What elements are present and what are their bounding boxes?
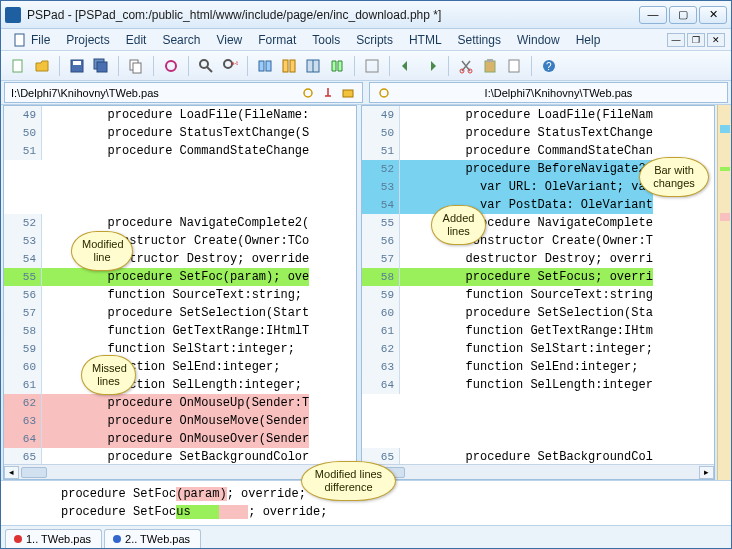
code-row[interactable]: 51 procedure CommandStateChange (4, 142, 356, 160)
menu-html[interactable]: HTML (403, 31, 448, 49)
close-button[interactable]: ✕ (699, 6, 727, 24)
clipboard-button[interactable] (503, 55, 525, 77)
left-code-area[interactable]: 49 procedure LoadFile(FileName:50 proced… (4, 106, 356, 464)
code-row[interactable]: 57 procedure SetSelection(Start (4, 304, 356, 322)
menu-settings[interactable]: Settings (452, 31, 507, 49)
left-editor[interactable]: 49 procedure LoadFile(FileName:50 proced… (3, 105, 357, 480)
right-sync-icon[interactable] (376, 85, 392, 101)
menu-tools[interactable]: Tools (306, 31, 346, 49)
code-row[interactable]: 54 var PostData: OleVariant (362, 196, 714, 214)
line-number: 51 (4, 142, 42, 160)
code-row[interactable]: 58 procedure SetFocus; overri (362, 268, 714, 286)
menu-file[interactable]: File (7, 31, 56, 49)
code-row[interactable]: 60 procedure SetSelection(Sta (362, 304, 714, 322)
code-text: procedure OnMouseMove(Sender (42, 412, 309, 430)
change-bar[interactable] (717, 105, 731, 480)
code-row[interactable] (4, 196, 356, 214)
line-number: 62 (362, 340, 400, 358)
compare-button[interactable] (278, 55, 300, 77)
menu-help[interactable]: Help (570, 31, 607, 49)
code-text: procedure BeforeNavigate2( (400, 160, 653, 178)
left-path-pane: I:\Delphi7\Knihovny\TWeb.pas (4, 82, 363, 103)
code-row[interactable]: 64 function SelLength:integer (362, 376, 714, 394)
code-row[interactable] (4, 178, 356, 196)
save-button[interactable] (66, 55, 88, 77)
prev-diff-button[interactable] (396, 55, 418, 77)
menu-projects[interactable]: Projects (60, 31, 115, 49)
code-row[interactable]: 50 procedure StatusTextChange(S (4, 124, 356, 142)
code-row[interactable]: 54 destructor Destroy; override (4, 250, 356, 268)
code-row[interactable]: 59 function SelStart:integer; (4, 340, 356, 358)
code-row[interactable]: 61 function GetTextRange:IHtm (362, 322, 714, 340)
mdi-close[interactable]: ✕ (707, 33, 725, 47)
open-file-button[interactable] (31, 55, 53, 77)
code-text: procedure OnMouseOver(Sender (42, 430, 309, 448)
code-row[interactable]: 62 function SelStart:integer; (362, 340, 714, 358)
code-row[interactable]: 49 procedure LoadFile(FileName: (4, 106, 356, 124)
menu-search[interactable]: Search (156, 31, 206, 49)
code-row[interactable]: 60 function SelEnd:integer; (4, 358, 356, 376)
code-row[interactable]: 64 procedure OnMouseOver(Sender (4, 430, 356, 448)
code-row[interactable]: 62 procedure OnMouseUp(Sender:T (4, 394, 356, 412)
code-row[interactable]: 65 procedure SetBackgroundColor (4, 448, 356, 464)
tab-tweb1[interactable]: 1.. TWeb.pas (5, 529, 102, 548)
find-replace-button[interactable]: a-b (219, 55, 241, 77)
code-row[interactable]: 50 procedure StatusTextChange (362, 124, 714, 142)
menu-scripts[interactable]: Scripts (350, 31, 399, 49)
mdi-minimize[interactable]: — (667, 33, 685, 47)
code-row[interactable]: 55 procedure NavigateComplete (362, 214, 714, 232)
paste-button[interactable] (479, 55, 501, 77)
line-number: 52 (4, 214, 42, 232)
code-row[interactable]: 63 procedure OnMouseMove(Sender (4, 412, 356, 430)
code-row[interactable]: 58 function GetTextRange:IHtmlT (4, 322, 356, 340)
tool-button-1[interactable] (160, 55, 182, 77)
code-row[interactable] (362, 412, 714, 430)
svg-rect-24 (509, 60, 519, 72)
next-diff-button[interactable] (420, 55, 442, 77)
menu-format[interactable]: Format (252, 31, 302, 49)
code-row[interactable]: 56 function SourceText:string; (4, 286, 356, 304)
svg-rect-15 (283, 60, 288, 72)
menu-view[interactable]: View (210, 31, 248, 49)
left-browse-icon[interactable] (340, 85, 356, 101)
code-row[interactable]: 63 function SelEnd:integer; (362, 358, 714, 376)
code-text: procedure SetSelection(Sta (400, 304, 653, 322)
copy-button[interactable] (125, 55, 147, 77)
code-row[interactable]: 65 procedure SetBackgroundCol (362, 448, 714, 464)
menu-edit[interactable]: Edit (120, 31, 153, 49)
right-hscroll[interactable]: ◂▸ (362, 464, 714, 479)
help-button[interactable]: ? (538, 55, 560, 77)
code-row[interactable]: 49 procedure LoadFile(FileNam (362, 106, 714, 124)
code-row[interactable]: 53 constructor Create(Owner:TCo (4, 232, 356, 250)
minimize-button[interactable]: — (639, 6, 667, 24)
code-row[interactable] (362, 394, 714, 412)
line-number: 64 (362, 376, 400, 394)
code-row[interactable]: 61 function SelLength:integer; (4, 376, 356, 394)
sync-scroll-button[interactable] (254, 55, 276, 77)
code-row[interactable]: 57 destructor Destroy; overri (362, 250, 714, 268)
svg-rect-13 (259, 61, 264, 71)
line-number: 65 (4, 448, 42, 464)
mdi-restore[interactable]: ❐ (687, 33, 705, 47)
diff-button[interactable] (302, 55, 324, 77)
code-row[interactable]: 55 procedure SetFoc(param); ove (4, 268, 356, 286)
menu-window[interactable]: Window (511, 31, 566, 49)
toggle-view-button[interactable] (361, 55, 383, 77)
code-row[interactable]: 59 function SourceText:string (362, 286, 714, 304)
line-number: 62 (4, 394, 42, 412)
save-all-button[interactable] (90, 55, 112, 77)
left-pin-icon[interactable] (320, 85, 336, 101)
new-file-button[interactable] (7, 55, 29, 77)
cut-button[interactable] (455, 55, 477, 77)
merge-button[interactable] (326, 55, 348, 77)
code-text: function SelStart:integer; (42, 340, 295, 358)
tab-tweb2[interactable]: 2.. TWeb.pas (104, 529, 201, 548)
code-row[interactable]: 56 constructor Create(Owner:T (362, 232, 714, 250)
find-button[interactable] (195, 55, 217, 77)
code-row[interactable] (362, 430, 714, 448)
code-row[interactable]: 52 procedure NavigateComplete2( (4, 214, 356, 232)
left-sync-icon[interactable] (300, 85, 316, 101)
maximize-button[interactable]: ▢ (669, 6, 697, 24)
line-number: 61 (362, 322, 400, 340)
code-row[interactable] (4, 160, 356, 178)
